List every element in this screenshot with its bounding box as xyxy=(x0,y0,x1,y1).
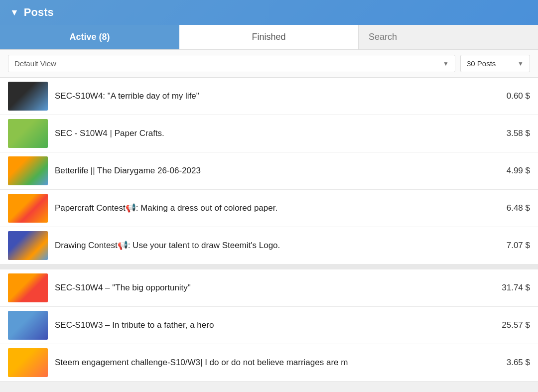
tab-finished[interactable]: Finished xyxy=(179,25,359,49)
page-header: ▼ Posts xyxy=(0,0,538,25)
post-value: 6.48 $ xyxy=(490,203,530,213)
posts-icon: ▼ xyxy=(10,7,19,18)
post-title: Drawing Contest📢: Use your talent to dra… xyxy=(55,240,483,252)
post-thumbnail xyxy=(8,311,48,340)
filter-row: Default View ▼ 30 Posts ▼ xyxy=(0,50,538,78)
posts-chevron-icon: ▼ xyxy=(518,60,524,67)
view-filter-label: Default View xyxy=(14,59,56,68)
post-title: SEC-S10W4: "A terrible day of my life" xyxy=(55,90,483,102)
list-item[interactable]: Steem engagement challenge-S10/W3| I do … xyxy=(0,344,538,382)
search-input[interactable] xyxy=(359,25,538,49)
list-item[interactable]: Betterlife || The Diarygame 26-06-2023 4… xyxy=(0,152,538,190)
list-item[interactable]: SEC-S10W4 – "The big opportunity" 31.74 … xyxy=(0,269,538,307)
post-title: SEC-S10W4 – "The big opportunity" xyxy=(55,282,483,294)
posts-per-page-label: 30 Posts xyxy=(467,59,496,68)
list-item[interactable]: SEC-S10W3 – In tribute to a father, a he… xyxy=(0,307,538,344)
posts-list-section1: SEC-S10W4: "A terrible day of my life" 0… xyxy=(0,78,538,264)
post-title: Steem engagement challenge-S10/W3| I do … xyxy=(55,357,483,369)
post-value: 3.65 $ xyxy=(490,358,530,368)
view-filter[interactable]: Default View ▼ xyxy=(8,55,455,72)
post-value: 3.58 $ xyxy=(490,129,530,138)
posts-per-page-filter[interactable]: 30 Posts ▼ xyxy=(460,55,530,72)
post-thumbnail xyxy=(8,231,48,260)
post-value: 31.74 $ xyxy=(490,283,530,293)
post-value: 4.99 $ xyxy=(490,166,530,176)
list-item[interactable]: SEC-S10W4: "A terrible day of my life" 0… xyxy=(0,78,538,115)
list-item[interactable]: SEC - S10W4 | Paper Crafts. 3.58 $ xyxy=(0,115,538,152)
post-thumbnail xyxy=(8,119,48,148)
post-title: Betterlife || The Diarygame 26-06-2023 xyxy=(55,165,483,177)
page-title: Posts xyxy=(24,6,54,19)
post-value: 7.07 $ xyxy=(490,241,530,251)
post-thumbnail xyxy=(8,348,48,377)
post-value: 25.57 $ xyxy=(490,320,530,330)
section-separator xyxy=(0,264,538,269)
view-chevron-icon: ▼ xyxy=(443,60,449,67)
list-item[interactable]: Drawing Contest📢: Use your talent to dra… xyxy=(0,227,538,264)
post-title: Papercraft Contest📢: Making a dress out … xyxy=(55,202,483,214)
post-thumbnail xyxy=(8,156,48,185)
tab-active[interactable]: Active (8) xyxy=(0,25,179,49)
post-thumbnail xyxy=(8,194,48,223)
post-thumbnail xyxy=(8,82,48,111)
posts-list-section2: SEC-S10W4 – "The big opportunity" 31.74 … xyxy=(0,269,538,382)
tabs-row: Active (8) Finished xyxy=(0,25,538,50)
list-item[interactable]: Papercraft Contest📢: Making a dress out … xyxy=(0,190,538,227)
post-title: SEC - S10W4 | Paper Crafts. xyxy=(55,128,483,139)
post-thumbnail xyxy=(8,273,48,302)
post-value: 0.60 $ xyxy=(490,91,530,101)
post-title: SEC-S10W3 – In tribute to a father, a he… xyxy=(55,319,483,331)
